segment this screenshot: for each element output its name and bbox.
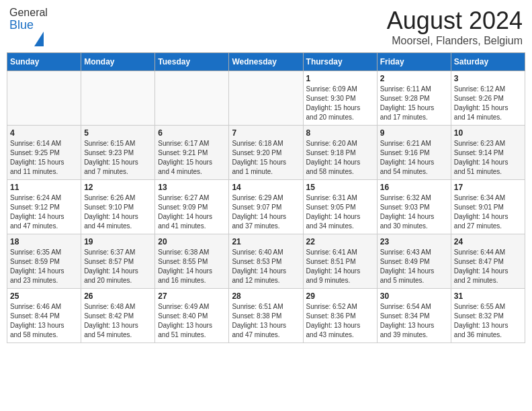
calendar-cell — [81, 71, 155, 126]
subtitle: Moorsel, Flanders, Belgium — [387, 35, 523, 47]
day-number: 29 — [306, 291, 374, 301]
day-number: 30 — [380, 291, 448, 301]
day-number: 22 — [306, 237, 374, 246]
calendar-cell: 14Sunrise: 6:29 AM Sunset: 9:07 PM Dayli… — [229, 180, 303, 234]
day-number: 1 — [306, 74, 374, 83]
day-number: 17 — [454, 183, 522, 192]
day-detail: Sunrise: 6:26 AM Sunset: 9:10 PM Dayligh… — [84, 193, 152, 231]
day-number: 20 — [158, 237, 226, 246]
day-number: 6 — [158, 128, 226, 138]
calendar-cell: 17Sunrise: 6:34 AM Sunset: 9:01 PM Dayli… — [451, 180, 525, 234]
day-header-tuesday: Tuesday — [155, 53, 229, 71]
day-detail: Sunrise: 6:09 AM Sunset: 9:30 PM Dayligh… — [306, 85, 374, 122]
logo-arrow-icon — [34, 18, 44, 46]
day-detail: Sunrise: 6:32 AM Sunset: 9:03 PM Dayligh… — [380, 193, 448, 231]
calendar-cell: 11Sunrise: 6:24 AM Sunset: 9:12 PM Dayli… — [7, 180, 81, 234]
main-title: August 2024 — [387, 7, 523, 35]
day-number: 2 — [380, 74, 448, 83]
calendar-cell: 15Sunrise: 6:31 AM Sunset: 9:05 PM Dayli… — [303, 180, 377, 234]
calendar-cell: 4Sunrise: 6:14 AM Sunset: 9:25 PM Daylig… — [7, 126, 81, 180]
day-number: 25 — [10, 291, 78, 301]
day-detail: Sunrise: 6:12 AM Sunset: 9:26 PM Dayligh… — [454, 85, 522, 122]
day-detail: Sunrise: 6:46 AM Sunset: 8:44 PM Dayligh… — [10, 302, 78, 340]
week-row-5: 25Sunrise: 6:46 AM Sunset: 8:44 PM Dayli… — [7, 289, 525, 343]
header-row: SundayMondayTuesdayWednesdayThursdayFrid… — [7, 53, 525, 71]
logo-text: General Blue — [9, 7, 48, 32]
day-detail: Sunrise: 6:17 AM Sunset: 9:21 PM Dayligh… — [158, 139, 226, 177]
logo: General Blue — [9, 7, 48, 32]
day-detail: Sunrise: 6:48 AM Sunset: 8:42 PM Dayligh… — [84, 302, 152, 340]
calendar-cell: 6Sunrise: 6:17 AM Sunset: 9:21 PM Daylig… — [155, 126, 229, 180]
day-header-thursday: Thursday — [303, 53, 377, 71]
day-detail: Sunrise: 6:38 AM Sunset: 8:55 PM Dayligh… — [158, 248, 226, 285]
day-number: 10 — [454, 128, 522, 138]
calendar-table: SundayMondayTuesdayWednesdayThursdayFrid… — [7, 52, 525, 343]
day-number: 7 — [232, 128, 300, 138]
day-detail: Sunrise: 6:31 AM Sunset: 9:05 PM Dayligh… — [306, 193, 374, 231]
calendar-cell: 5Sunrise: 6:15 AM Sunset: 9:23 PM Daylig… — [81, 126, 155, 180]
calendar-cell: 31Sunrise: 6:55 AM Sunset: 8:32 PM Dayli… — [451, 289, 525, 343]
calendar-cell: 3Sunrise: 6:12 AM Sunset: 9:26 PM Daylig… — [451, 71, 525, 126]
calendar-cell: 23Sunrise: 6:43 AM Sunset: 8:49 PM Dayli… — [377, 234, 451, 289]
calendar-cell: 20Sunrise: 6:38 AM Sunset: 8:55 PM Dayli… — [155, 234, 229, 289]
calendar-cell: 9Sunrise: 6:21 AM Sunset: 9:16 PM Daylig… — [377, 126, 451, 180]
day-number: 14 — [232, 183, 300, 192]
day-detail: Sunrise: 6:14 AM Sunset: 9:25 PM Dayligh… — [10, 139, 78, 177]
calendar-header: SundayMondayTuesdayWednesdayThursdayFrid… — [7, 53, 525, 71]
calendar-cell: 29Sunrise: 6:52 AM Sunset: 8:36 PM Dayli… — [303, 289, 377, 343]
day-detail: Sunrise: 6:11 AM Sunset: 9:28 PM Dayligh… — [380, 85, 448, 122]
week-row-3: 11Sunrise: 6:24 AM Sunset: 9:12 PM Dayli… — [7, 180, 525, 234]
calendar-cell: 16Sunrise: 6:32 AM Sunset: 9:03 PM Dayli… — [377, 180, 451, 234]
day-detail: Sunrise: 6:35 AM Sunset: 8:59 PM Dayligh… — [10, 248, 78, 285]
day-detail: Sunrise: 6:40 AM Sunset: 8:53 PM Dayligh… — [232, 248, 300, 285]
day-number: 18 — [10, 237, 78, 246]
day-detail: Sunrise: 6:29 AM Sunset: 9:07 PM Dayligh… — [232, 193, 300, 231]
day-header-friday: Friday — [377, 53, 451, 71]
calendar-cell: 19Sunrise: 6:37 AM Sunset: 8:57 PM Dayli… — [81, 234, 155, 289]
calendar-cell: 30Sunrise: 6:54 AM Sunset: 8:34 PM Dayli… — [377, 289, 451, 343]
day-number: 27 — [158, 291, 226, 301]
day-header-monday: Monday — [81, 53, 155, 71]
calendar-cell — [7, 71, 81, 126]
calendar-cell — [155, 71, 229, 126]
day-detail: Sunrise: 6:21 AM Sunset: 9:16 PM Dayligh… — [380, 139, 448, 177]
day-detail: Sunrise: 6:41 AM Sunset: 8:51 PM Dayligh… — [306, 248, 374, 285]
logo-line1: General — [9, 7, 48, 19]
day-number: 21 — [232, 237, 300, 246]
day-number: 31 — [454, 291, 522, 301]
day-detail: Sunrise: 6:20 AM Sunset: 9:18 PM Dayligh… — [306, 139, 374, 177]
calendar-cell — [229, 71, 303, 126]
day-number: 3 — [454, 74, 522, 83]
day-number: 13 — [158, 183, 226, 192]
day-detail: Sunrise: 6:34 AM Sunset: 9:01 PM Dayligh… — [454, 193, 522, 231]
calendar-cell: 7Sunrise: 6:18 AM Sunset: 9:20 PM Daylig… — [229, 126, 303, 180]
day-number: 15 — [306, 183, 374, 192]
week-row-2: 4Sunrise: 6:14 AM Sunset: 9:25 PM Daylig… — [7, 126, 525, 180]
day-number: 19 — [84, 237, 152, 246]
day-detail: Sunrise: 6:52 AM Sunset: 8:36 PM Dayligh… — [306, 302, 374, 340]
day-detail: Sunrise: 6:27 AM Sunset: 9:09 PM Dayligh… — [158, 193, 226, 231]
week-row-4: 18Sunrise: 6:35 AM Sunset: 8:59 PM Dayli… — [7, 234, 525, 289]
calendar-cell: 1Sunrise: 6:09 AM Sunset: 9:30 PM Daylig… — [303, 71, 377, 126]
day-number: 16 — [380, 183, 448, 192]
calendar-cell: 8Sunrise: 6:20 AM Sunset: 9:18 PM Daylig… — [303, 126, 377, 180]
day-header-saturday: Saturday — [451, 53, 525, 71]
calendar-body: 1Sunrise: 6:09 AM Sunset: 9:30 PM Daylig… — [7, 71, 525, 343]
calendar-cell: 25Sunrise: 6:46 AM Sunset: 8:44 PM Dayli… — [7, 289, 81, 343]
day-detail: Sunrise: 6:37 AM Sunset: 8:57 PM Dayligh… — [84, 248, 152, 285]
calendar-cell: 27Sunrise: 6:49 AM Sunset: 8:40 PM Dayli… — [155, 289, 229, 343]
day-detail: Sunrise: 6:55 AM Sunset: 8:32 PM Dayligh… — [454, 302, 522, 340]
calendar-cell: 26Sunrise: 6:48 AM Sunset: 8:42 PM Dayli… — [81, 289, 155, 343]
day-detail: Sunrise: 6:43 AM Sunset: 8:49 PM Dayligh… — [380, 248, 448, 285]
day-number: 12 — [84, 183, 152, 192]
day-number: 26 — [84, 291, 152, 301]
day-detail: Sunrise: 6:54 AM Sunset: 8:34 PM Dayligh… — [380, 302, 448, 340]
day-detail: Sunrise: 6:44 AM Sunset: 8:47 PM Dayligh… — [454, 248, 522, 285]
week-row-1: 1Sunrise: 6:09 AM Sunset: 9:30 PM Daylig… — [7, 71, 525, 126]
day-detail: Sunrise: 6:23 AM Sunset: 9:14 PM Dayligh… — [454, 139, 522, 177]
day-number: 11 — [10, 183, 78, 192]
day-number: 5 — [84, 128, 152, 138]
title-block: August 2024 Moorsel, Flanders, Belgium — [387, 7, 523, 47]
day-number: 4 — [10, 128, 78, 138]
day-header-sunday: Sunday — [7, 53, 81, 71]
